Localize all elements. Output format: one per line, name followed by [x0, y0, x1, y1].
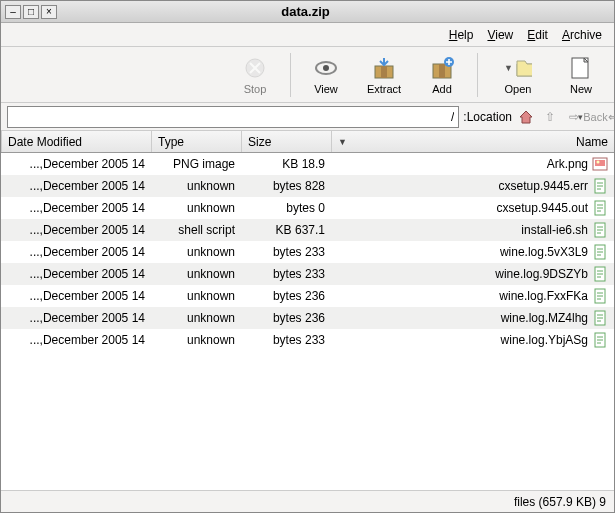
text-file-icon [592, 200, 608, 216]
column-type-label: Type [158, 135, 184, 149]
text-file-icon [592, 244, 608, 260]
window-close-button[interactable]: × [41, 5, 57, 19]
titlebar: – □ × data.zip [1, 1, 614, 23]
file-date: 14 December 2005,... [1, 179, 151, 193]
column-header-date[interactable]: Date Modified [1, 131, 151, 152]
file-list[interactable]: Ark.png18.9 KBPNG image14 December 2005,… [1, 153, 614, 490]
sort-indicator-icon: ▼ [338, 137, 347, 147]
menu-view[interactable]: View [481, 26, 519, 44]
file-row[interactable]: wine.log.FxxFKa236 bytesunknown14 Decemb… [1, 285, 614, 307]
home-button[interactable] [516, 107, 536, 127]
file-row[interactable]: wine.log.MZ4lhg236 bytesunknown14 Decemb… [1, 307, 614, 329]
image-file-icon [592, 156, 608, 172]
column-header-size[interactable]: Size [241, 131, 331, 152]
toolbar: New ▼ Open Add Extract View [1, 47, 614, 103]
svg-rect-3 [439, 64, 445, 78]
text-file-icon [592, 332, 608, 348]
file-row[interactable]: wine.log.9DSZYb233 bytesunknown14 Decemb… [1, 263, 614, 285]
file-type: unknown [151, 267, 241, 281]
menu-archive[interactable]: Archive [556, 26, 608, 44]
svg-point-8 [323, 65, 329, 71]
up-button[interactable]: ⇧ [540, 107, 560, 127]
file-size: 637.1 KB [241, 223, 331, 237]
file-row[interactable]: cxsetup.9445.err828 bytesunknown14 Decem… [1, 175, 614, 197]
menu-edit[interactable]: Edit [521, 26, 554, 44]
file-row[interactable]: wine.log.YbjASg233 bytesunknown14 Decemb… [1, 329, 614, 351]
file-name: wine.log.YbjASg [501, 333, 588, 347]
file-size: 18.9 KB [241, 157, 331, 171]
file-name: wine.log.MZ4lhg [501, 311, 588, 325]
open-icon: ▼ [504, 55, 532, 81]
location-input[interactable] [7, 106, 459, 128]
forward-button[interactable]: ⇨ [564, 107, 584, 127]
file-size: 233 bytes [241, 245, 331, 259]
window-maximize-button[interactable]: □ [23, 5, 39, 19]
window-minimize-button[interactable]: – [5, 5, 21, 19]
svg-rect-6 [381, 66, 387, 78]
column-header-name[interactable]: Name ▼ [331, 131, 614, 152]
file-name: wine.log.FxxFKa [499, 289, 588, 303]
extract-icon [370, 55, 398, 81]
archive-window: – □ × data.zip Archive Edit View Help Ne… [0, 0, 615, 513]
file-name: Ark.png [547, 157, 588, 171]
toolbar-separator [290, 53, 291, 97]
back-label: Back [583, 111, 607, 123]
file-size: 236 bytes [241, 311, 331, 325]
menubar: Archive Edit View Help [1, 23, 614, 47]
file-size: 828 bytes [241, 179, 331, 193]
column-headers: Name ▼ Size Type Date Modified [1, 131, 614, 153]
file-row[interactable]: wine.log.5vX3L9233 bytesunknown14 Decemb… [1, 241, 614, 263]
file-size: 233 bytes [241, 267, 331, 281]
add-button[interactable]: Add [415, 50, 469, 100]
file-date: 14 December 2005,... [1, 311, 151, 325]
file-type: unknown [151, 179, 241, 193]
file-date: 14 December 2005,... [1, 267, 151, 281]
statusbar: 9 files (657.9 KB) [1, 490, 614, 512]
location-label: Location: [463, 110, 512, 124]
file-type: unknown [151, 333, 241, 347]
status-text: 9 files (657.9 KB) [514, 495, 606, 509]
home-icon [518, 109, 534, 125]
column-size-label: Size [248, 135, 271, 149]
file-type: unknown [151, 289, 241, 303]
text-file-icon [592, 178, 608, 194]
file-row[interactable]: cxsetup.9445.out0 bytesunknown14 Decembe… [1, 197, 614, 219]
file-type: PNG image [151, 157, 241, 171]
stop-button: Stop [228, 50, 282, 100]
file-date: 14 December 2005,... [1, 157, 151, 171]
view-label: View [314, 83, 338, 95]
dropdown-arrow-icon: ▼ [504, 63, 513, 73]
view-button[interactable]: View [299, 50, 353, 100]
column-date-label: Date Modified [8, 135, 82, 149]
open-button[interactable]: ▼ Open [486, 50, 550, 100]
file-size: 233 bytes [241, 333, 331, 347]
svg-rect-11 [595, 160, 605, 166]
text-file-icon [592, 266, 608, 282]
back-button[interactable]: ⇐ Back ▾ [588, 107, 608, 127]
file-date: 14 December 2005,... [1, 289, 151, 303]
svg-point-12 [597, 161, 600, 164]
stop-icon [241, 55, 269, 81]
column-name-label: Name [576, 135, 608, 149]
menu-help[interactable]: Help [443, 26, 480, 44]
file-size: 0 bytes [241, 201, 331, 215]
file-date: 14 December 2005,... [1, 201, 151, 215]
column-header-type[interactable]: Type [151, 131, 241, 152]
extract-label: Extract [367, 83, 401, 95]
file-row[interactable]: Ark.png18.9 KBPNG image14 December 2005,… [1, 153, 614, 175]
extract-button[interactable]: Extract [357, 50, 411, 100]
new-button[interactable]: New [554, 50, 608, 100]
file-name: install-ie6.sh [521, 223, 588, 237]
open-label: Open [505, 83, 532, 95]
window-title: data.zip [57, 4, 554, 19]
file-row[interactable]: install-ie6.sh637.1 KBshell script14 Dec… [1, 219, 614, 241]
new-icon [567, 55, 595, 81]
location-bar: ⇐ Back ▾ ⇨ ⇧ Location: [1, 103, 614, 131]
add-icon [428, 55, 456, 81]
file-size: 236 bytes [241, 289, 331, 303]
new-label: New [570, 83, 592, 95]
file-name: cxsetup.9445.err [499, 179, 588, 193]
file-type: unknown [151, 201, 241, 215]
text-file-icon [592, 288, 608, 304]
file-date: 14 December 2005,... [1, 223, 151, 237]
